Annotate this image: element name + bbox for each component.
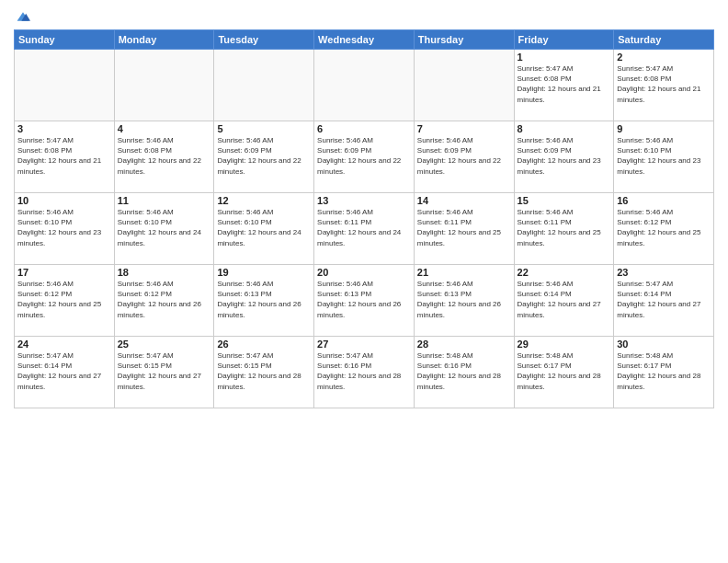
day-number: 12: [217, 195, 311, 206]
day-info: Sunrise: 5:46 AMSunset: 6:10 PMDaylight:…: [118, 207, 211, 248]
calendar-cell: 9Sunrise: 5:46 AMSunset: 6:10 PMDaylight…: [614, 121, 714, 193]
calendar-cell: [414, 50, 514, 121]
calendar-cell: 5Sunrise: 5:46 AMSunset: 6:09 PMDaylight…: [214, 121, 314, 193]
day-number: 11: [118, 195, 211, 206]
calendar-header-row: SundayMondayTuesdayWednesdayThursdayFrid…: [15, 30, 714, 50]
day-number: 24: [17, 339, 111, 350]
day-number: 21: [417, 267, 511, 278]
calendar-cell: 11Sunrise: 5:46 AMSunset: 6:10 PMDayligh…: [114, 193, 214, 265]
calendar-cell: 8Sunrise: 5:46 AMSunset: 6:09 PMDaylight…: [514, 121, 614, 193]
day-number: 25: [118, 339, 211, 350]
day-number: 14: [417, 195, 511, 206]
day-number: 9: [617, 123, 711, 134]
day-info: Sunrise: 5:48 AMSunset: 6:17 PMDaylight:…: [518, 350, 611, 392]
weekday-header-wednesday: Wednesday: [314, 30, 415, 50]
weekday-header-sunday: Sunday: [15, 30, 115, 50]
calendar-cell: 27Sunrise: 5:47 AMSunset: 6:16 PMDayligh…: [314, 337, 415, 408]
calendar-cell: [15, 50, 115, 121]
day-info: Sunrise: 5:46 AMSunset: 6:11 PMDaylight:…: [417, 207, 511, 248]
day-info: Sunrise: 5:48 AMSunset: 6:17 PMDaylight:…: [617, 350, 711, 392]
calendar-cell: 7Sunrise: 5:46 AMSunset: 6:09 PMDaylight…: [414, 121, 514, 193]
calendar-cell: 19Sunrise: 5:46 AMSunset: 6:13 PMDayligh…: [214, 265, 314, 337]
day-number: 29: [518, 339, 611, 350]
calendar-cell: 13Sunrise: 5:46 AMSunset: 6:11 PMDayligh…: [314, 193, 415, 265]
day-number: 26: [217, 339, 311, 350]
day-info: Sunrise: 5:46 AMSunset: 6:11 PMDaylight:…: [518, 207, 611, 248]
day-info: Sunrise: 5:46 AMSunset: 6:10 PMDaylight:…: [617, 135, 711, 177]
calendar-cell: 18Sunrise: 5:46 AMSunset: 6:12 PMDayligh…: [114, 265, 214, 337]
day-info: Sunrise: 5:48 AMSunset: 6:16 PMDaylight:…: [417, 350, 511, 392]
day-info: Sunrise: 5:46 AMSunset: 6:13 PMDaylight:…: [317, 279, 411, 320]
logo: [14, 9, 30, 24]
day-number: 2: [617, 52, 711, 63]
day-info: Sunrise: 5:46 AMSunset: 6:10 PMDaylight:…: [217, 207, 311, 248]
calendar-table: SundayMondayTuesdayWednesdayThursdayFrid…: [14, 29, 714, 408]
day-info: Sunrise: 5:46 AMSunset: 6:10 PMDaylight:…: [17, 207, 111, 248]
day-number: 22: [518, 267, 611, 278]
day-info: Sunrise: 5:46 AMSunset: 6:08 PMDaylight:…: [118, 135, 211, 177]
day-info: Sunrise: 5:46 AMSunset: 6:12 PMDaylight:…: [617, 207, 711, 248]
day-number: 23: [617, 267, 711, 278]
calendar-cell: 3Sunrise: 5:47 AMSunset: 6:08 PMDaylight…: [15, 121, 115, 193]
day-info: Sunrise: 5:46 AMSunset: 6:12 PMDaylight:…: [17, 279, 111, 320]
calendar-cell: 23Sunrise: 5:47 AMSunset: 6:14 PMDayligh…: [614, 265, 714, 337]
day-info: Sunrise: 5:47 AMSunset: 6:08 PMDaylight:…: [17, 135, 111, 177]
week-row-5: 24Sunrise: 5:47 AMSunset: 6:14 PMDayligh…: [15, 337, 714, 408]
calendar-cell: 25Sunrise: 5:47 AMSunset: 6:15 PMDayligh…: [114, 337, 214, 408]
calendar-cell: 22Sunrise: 5:46 AMSunset: 6:14 PMDayligh…: [514, 265, 614, 337]
calendar-cell: 30Sunrise: 5:48 AMSunset: 6:17 PMDayligh…: [614, 337, 714, 408]
day-number: 8: [518, 123, 611, 134]
calendar-cell: 15Sunrise: 5:46 AMSunset: 6:11 PMDayligh…: [514, 193, 614, 265]
calendar-cell: 28Sunrise: 5:48 AMSunset: 6:16 PMDayligh…: [414, 337, 514, 408]
day-info: Sunrise: 5:47 AMSunset: 6:14 PMDaylight:…: [17, 350, 111, 392]
header: [14, 9, 714, 24]
day-number: 16: [617, 195, 711, 206]
day-info: Sunrise: 5:46 AMSunset: 6:12 PMDaylight:…: [118, 279, 211, 320]
weekday-header-thursday: Thursday: [414, 30, 514, 50]
calendar-cell: [314, 50, 415, 121]
calendar-cell: 1Sunrise: 5:47 AMSunset: 6:08 PMDaylight…: [514, 50, 614, 121]
day-number: 27: [317, 339, 411, 350]
calendar-cell: 26Sunrise: 5:47 AMSunset: 6:15 PMDayligh…: [214, 337, 314, 408]
calendar-cell: 24Sunrise: 5:47 AMSunset: 6:14 PMDayligh…: [15, 337, 115, 408]
weekday-header-tuesday: Tuesday: [214, 30, 314, 50]
day-number: 20: [317, 267, 411, 278]
day-number: 15: [518, 195, 611, 206]
day-number: 5: [217, 123, 311, 134]
week-row-1: 1Sunrise: 5:47 AMSunset: 6:08 PMDaylight…: [15, 50, 714, 121]
day-number: 7: [417, 123, 511, 134]
calendar-cell: 2Sunrise: 5:47 AMSunset: 6:08 PMDaylight…: [614, 50, 714, 121]
week-row-2: 3Sunrise: 5:47 AMSunset: 6:08 PMDaylight…: [15, 121, 714, 193]
day-info: Sunrise: 5:47 AMSunset: 6:08 PMDaylight:…: [617, 63, 711, 105]
day-number: 10: [17, 195, 111, 206]
calendar-cell: 4Sunrise: 5:46 AMSunset: 6:08 PMDaylight…: [114, 121, 214, 193]
logo-icon: [16, 9, 30, 24]
day-number: 3: [17, 123, 111, 134]
day-number: 6: [317, 123, 411, 134]
weekday-header-saturday: Saturday: [614, 30, 714, 50]
day-info: Sunrise: 5:47 AMSunset: 6:08 PMDaylight:…: [518, 63, 611, 105]
day-number: 19: [217, 267, 311, 278]
calendar-cell: 6Sunrise: 5:46 AMSunset: 6:09 PMDaylight…: [314, 121, 415, 193]
day-info: Sunrise: 5:46 AMSunset: 6:14 PMDaylight:…: [518, 279, 611, 320]
day-number: 17: [17, 267, 111, 278]
week-row-3: 10Sunrise: 5:46 AMSunset: 6:10 PMDayligh…: [15, 193, 714, 265]
day-info: Sunrise: 5:46 AMSunset: 6:09 PMDaylight:…: [518, 135, 611, 177]
calendar-cell: [214, 50, 314, 121]
day-number: 4: [118, 123, 211, 134]
day-number: 1: [518, 52, 611, 63]
day-info: Sunrise: 5:47 AMSunset: 6:15 PMDaylight:…: [118, 350, 211, 392]
calendar-cell: 16Sunrise: 5:46 AMSunset: 6:12 PMDayligh…: [614, 193, 714, 265]
day-info: Sunrise: 5:46 AMSunset: 6:11 PMDaylight:…: [317, 207, 411, 248]
day-number: 30: [617, 339, 711, 350]
day-info: Sunrise: 5:47 AMSunset: 6:15 PMDaylight:…: [217, 350, 311, 392]
day-number: 28: [417, 339, 511, 350]
page: SundayMondayTuesdayWednesdayThursdayFrid…: [0, 0, 728, 563]
day-info: Sunrise: 5:46 AMSunset: 6:13 PMDaylight:…: [417, 279, 511, 320]
calendar-cell: 20Sunrise: 5:46 AMSunset: 6:13 PMDayligh…: [314, 265, 415, 337]
weekday-header-friday: Friday: [514, 30, 614, 50]
day-number: 13: [317, 195, 411, 206]
day-info: Sunrise: 5:47 AMSunset: 6:16 PMDaylight:…: [317, 350, 411, 392]
calendar-cell: 14Sunrise: 5:46 AMSunset: 6:11 PMDayligh…: [414, 193, 514, 265]
day-info: Sunrise: 5:46 AMSunset: 6:09 PMDaylight:…: [417, 135, 511, 177]
